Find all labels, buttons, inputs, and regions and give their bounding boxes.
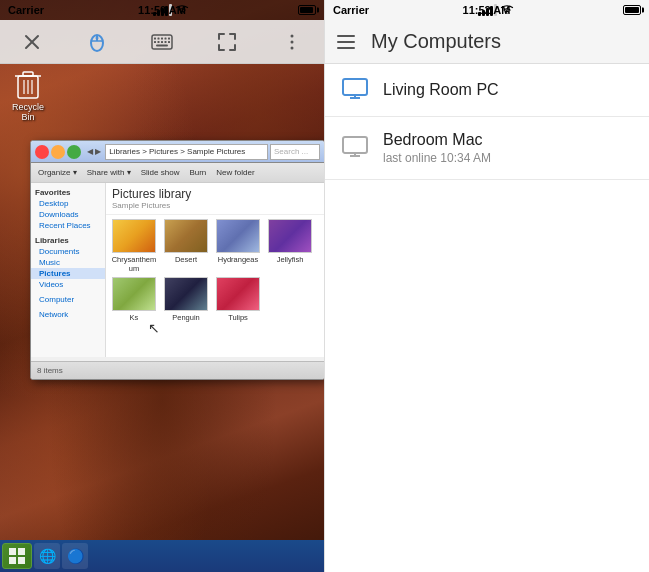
battery-right <box>623 5 641 15</box>
close-icon <box>22 32 42 52</box>
svg-rect-8 <box>157 37 159 39</box>
mouse-icon <box>86 31 108 53</box>
hamburger-line <box>337 35 355 37</box>
file-label: Hydrangeas <box>218 255 258 264</box>
file-thumbnail <box>216 219 260 253</box>
left-toolbar <box>0 20 324 64</box>
sidebar-music[interactable]: Music <box>31 257 105 268</box>
burn-btn[interactable]: Burn <box>186 168 209 177</box>
computer-item-living-room[interactable]: Living Room PC <box>325 64 649 117</box>
search-box[interactable]: Search ... <box>270 144 320 160</box>
window-close-btn[interactable] <box>35 145 49 159</box>
sidebar-recent[interactable]: Recent Places <box>31 220 105 231</box>
newfolder-btn[interactable]: New folder <box>213 168 257 177</box>
svg-rect-11 <box>168 37 170 39</box>
recycle-bin-icon <box>12 68 44 100</box>
svg-rect-14 <box>161 41 163 43</box>
svg-rect-28 <box>18 548 25 555</box>
explorer-titlebar: ◀ ▶ Libraries > Pictures > Sample Pictur… <box>31 141 324 163</box>
mouse-button[interactable] <box>79 24 115 60</box>
file-thumbnail <box>268 219 312 253</box>
share-btn[interactable]: Share with ▾ <box>84 168 134 177</box>
path-text: Libraries > Pictures > Sample Pictures <box>109 147 245 156</box>
computer-status-bedroom: last online 10:34 AM <box>383 151 633 165</box>
keyboard-button[interactable] <box>144 24 180 60</box>
file-item[interactable]: Penguin <box>162 277 210 322</box>
more-button[interactable] <box>274 24 310 60</box>
explorer-sidebar: Favorites Desktop Downloads Recent Place… <box>31 183 106 357</box>
recycle-bin[interactable]: Recycle Bin <box>8 68 48 122</box>
hamburger-line <box>337 47 355 49</box>
slideshow-btn[interactable]: Slide show <box>138 168 183 177</box>
file-item[interactable]: Chrysanthemum <box>110 219 158 273</box>
organize-btn[interactable]: Organize ▾ <box>35 168 80 177</box>
file-item[interactable]: Ks <box>110 277 158 322</box>
file-item[interactable]: Hydrangeas <box>214 219 262 273</box>
file-label: Ks <box>130 313 139 322</box>
svg-rect-15 <box>164 41 166 43</box>
computer-item-bedroom[interactable]: Bedroom Mac last online 10:34 AM <box>325 117 649 180</box>
svg-rect-27 <box>9 548 16 555</box>
left-panel: Carrier 11:50 AM <box>0 0 324 572</box>
cursor: ↖ <box>148 320 160 336</box>
fullscreen-icon <box>217 32 237 52</box>
right-panel: Carrier 11:52 AM My Comput <box>324 0 649 572</box>
file-thumbnail <box>112 277 156 311</box>
svg-rect-30 <box>18 557 25 564</box>
sidebar-downloads[interactable]: Downloads <box>31 209 105 220</box>
library-header: Pictures library Sample Pictures <box>106 183 324 215</box>
start-button[interactable] <box>2 543 32 569</box>
svg-rect-17 <box>156 44 168 46</box>
taskbar-ie-icon[interactable]: 🌐 <box>34 543 60 569</box>
file-item[interactable]: Tulips <box>214 277 262 322</box>
sidebar-network[interactable]: Network <box>31 309 105 320</box>
window-max-btn[interactable] <box>67 145 81 159</box>
time-left: 11:50 AM <box>138 4 186 16</box>
file-item[interactable]: Jellyfish <box>266 219 314 273</box>
file-label: Tulips <box>228 313 248 322</box>
sidebar-videos[interactable]: Videos <box>31 279 105 290</box>
svg-rect-13 <box>157 41 159 43</box>
sidebar-computer[interactable]: Computer <box>31 294 105 305</box>
taskbar-app-icon[interactable]: 🔵 <box>62 543 88 569</box>
monitor-icon-offline <box>341 136 369 160</box>
svg-point-18 <box>290 34 293 37</box>
explorer-status-bar: 8 items <box>31 361 324 379</box>
close-button[interactable] <box>14 24 50 60</box>
sidebar-documents[interactable]: Documents <box>31 246 105 257</box>
network-section: Network <box>31 309 105 320</box>
svg-rect-10 <box>164 37 166 39</box>
svg-rect-12 <box>154 41 156 43</box>
file-item[interactable]: Desert <box>162 219 210 273</box>
svg-rect-23 <box>23 72 33 76</box>
svg-point-20 <box>290 46 293 49</box>
file-label: Chrysanthemum <box>110 255 158 273</box>
sidebar-pictures[interactable]: Pictures <box>31 268 105 279</box>
svg-rect-7 <box>154 37 156 39</box>
hamburger-line <box>337 41 355 43</box>
time-right: 11:52 AM <box>463 4 511 16</box>
computer-name-bedroom: Bedroom Mac <box>383 131 633 149</box>
svg-rect-34 <box>343 137 367 153</box>
battery-left <box>298 5 316 15</box>
libraries-section: Libraries Documents Music Pictures Video… <box>31 235 105 290</box>
svg-rect-9 <box>161 37 163 39</box>
computer-info-living-room: Living Room PC <box>383 81 633 99</box>
svg-point-5 <box>96 36 99 39</box>
file-label: Desert <box>175 255 197 264</box>
file-label: Jellyfish <box>277 255 304 264</box>
fullscreen-button[interactable] <box>209 24 245 60</box>
status-items-count: 8 items <box>37 366 63 375</box>
left-status-bar: Carrier 11:50 AM <box>0 0 324 20</box>
file-label: Penguin <box>172 313 200 322</box>
computer-list: Living Room PC Bedroom Mac last online 1… <box>325 64 649 572</box>
sidebar-desktop[interactable]: Desktop <box>31 198 105 209</box>
file-thumbnail <box>164 277 208 311</box>
explorer-body: Favorites Desktop Downloads Recent Place… <box>31 183 324 357</box>
menu-button[interactable] <box>337 35 355 49</box>
explorer-main-area: Pictures library Sample Pictures Chrysan… <box>106 183 324 357</box>
path-box[interactable]: Libraries > Pictures > Sample Pictures <box>105 144 268 160</box>
more-icon <box>282 32 302 52</box>
right-header: My Computers <box>325 20 649 64</box>
window-min-btn[interactable] <box>51 145 65 159</box>
